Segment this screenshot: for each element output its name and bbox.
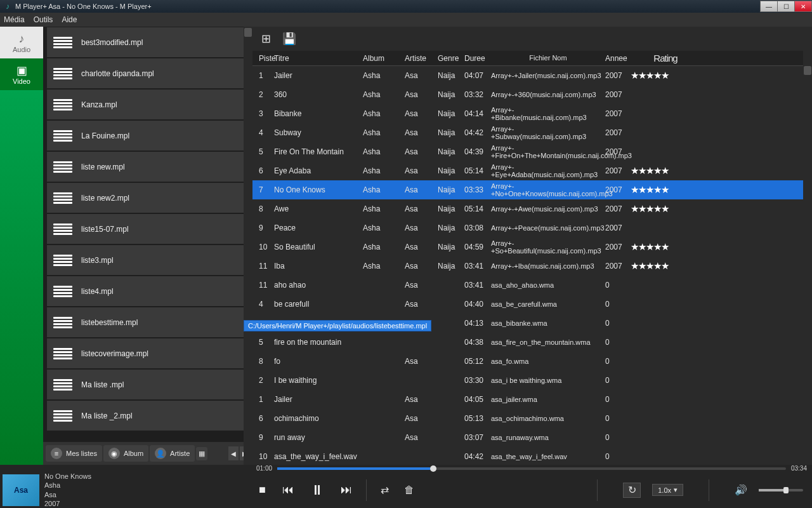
playlist-row[interactable]: charlotte dipanda.mpl — [47, 58, 249, 89]
add-file-icon[interactable]: ⊞ — [261, 32, 271, 46]
playlist-row[interactable]: listecoverimage.mpl — [47, 338, 249, 369]
list-icon — [53, 99, 72, 110]
np-album: Asha — [44, 481, 91, 490]
np-title: No One Knows — [44, 472, 91, 481]
table-row[interactable]: 4SubwayAshaAsaNaija04:42Array+-+Subway(m… — [252, 123, 812, 142]
menu-help[interactable]: Aide — [62, 15, 77, 24]
list-icon — [53, 37, 72, 48]
table-row[interactable]: 7No One KnowsAshaAsaNaija03:33Array+-+No… — [252, 180, 812, 199]
track-table[interactable]: Piste Titre Album Artiste Genre Duree Fi… — [252, 51, 812, 465]
playlist-row[interactable]: liste15-07.mpl — [47, 214, 249, 244]
minimize-button[interactable]: — — [760, 1, 778, 12]
nav-video[interactable]: ▣ Video — [0, 58, 43, 90]
menu-media[interactable]: Média — [4, 15, 25, 24]
list-icon — [53, 68, 72, 79]
playlist-name: liste new.mpl — [81, 163, 125, 171]
table-row[interactable]: 10So BeautifulAshaAsaNaija04:59Array+-+S… — [252, 237, 812, 257]
playlist-row[interactable]: listebesttime.mpl — [47, 307, 249, 338]
video-icon: ▣ — [16, 64, 27, 77]
track-toolbar: ⊞ 💾 — [252, 27, 812, 51]
tab-album[interactable]: ◉ Album — [103, 445, 148, 462]
table-row[interactable]: 1JailerAshaAsaNaija04:07Array+-+Jailer(m… — [252, 66, 812, 85]
grid-icon: ▦ — [199, 450, 205, 458]
playlist-name: best3modified.mpl — [81, 38, 143, 47]
list-icon — [53, 161, 72, 173]
next-button[interactable]: ⏭ — [341, 483, 352, 497]
col-duree[interactable]: Duree — [464, 54, 491, 63]
chevron-down-icon: ▾ — [674, 486, 678, 494]
nav-strip: ♪ Audio ▣ Video — [0, 27, 43, 465]
playlist-row[interactable]: Ma liste _2.mpl — [47, 401, 249, 431]
volume-slider[interactable] — [759, 489, 803, 491]
playlist-panel: best3modified.mplcharlotte dipanda.mplKa… — [43, 27, 252, 465]
playlist-list[interactable]: best3modified.mplcharlotte dipanda.mplKa… — [43, 27, 252, 442]
track-scrollbar[interactable] — [803, 51, 812, 465]
playlist-row[interactable]: liste new2.mpl — [47, 183, 249, 213]
table-row[interactable]: 2I be waithing03:30asa_i be waithing.wma… — [252, 371, 812, 390]
transport-controls: ■ ⏮ ⏸ ⏭ — [252, 482, 352, 498]
tab-extra[interactable]: ▦ — [196, 447, 207, 460]
table-row[interactable]: 6ochimachimoAsa05:13asa_ochimachimo.wma0 — [252, 409, 812, 428]
playlist-row[interactable]: liste new.mpl — [47, 152, 249, 182]
col-album[interactable]: Album — [363, 54, 405, 63]
titlebar: ♪ M Player+ Asa - No One Knows - M Playe… — [0, 0, 812, 13]
maximize-button[interactable]: ☐ — [777, 1, 795, 12]
table-row[interactable]: 5Fire On The MontainAshaAsaNaija04:39Arr… — [252, 142, 812, 161]
playlist-row[interactable]: La Fouine.mpl — [47, 121, 249, 151]
person-icon: 👤 — [155, 448, 166, 459]
col-fichier[interactable]: Fichier Nom — [491, 54, 605, 62]
list-icon — [53, 379, 72, 391]
prev-button[interactable]: ⏮ — [282, 483, 294, 497]
tab-artiste[interactable]: 👤 Artiste — [150, 445, 195, 462]
table-row[interactable]: 1JailerAsa04:05asa_jailer.wma0 — [252, 390, 812, 409]
col-genre[interactable]: Genre — [438, 54, 464, 63]
stop-button[interactable]: ■ — [259, 483, 266, 497]
table-row[interactable]: 3BibankeAshaAsaNaija04:14Array+-+Bibanke… — [252, 104, 812, 123]
repeat-button[interactable]: ↻ — [623, 483, 641, 498]
tab-mes-listes[interactable]: ≡ Mes listes — [46, 445, 102, 462]
table-row[interactable]: 11aho ahaoAsa03:41asa_aho_ahao.wma0 — [252, 276, 812, 295]
playlist-row[interactable]: Kanza.mpl — [47, 90, 249, 120]
shuffle-button[interactable]: ⇄ — [381, 484, 389, 496]
playlist-scrollbar[interactable] — [244, 27, 252, 465]
time-elapsed: 01:00 — [256, 465, 272, 472]
nav-audio[interactable]: ♪ Audio — [0, 27, 43, 58]
playlist-name: Ma liste .mpl — [81, 380, 124, 389]
col-rating[interactable]: Rating — [631, 53, 700, 64]
table-row[interactable]: 8AweAshaAsaNaija05:14Array+-+Awe(music.n… — [252, 199, 812, 218]
playlist-name: liste new2.mpl — [81, 194, 129, 203]
player-bar: 01:00 03:34 Asa No One Knows Asha Asa 20… — [0, 465, 812, 508]
delete-button[interactable]: 🗑 — [404, 485, 414, 496]
col-piste[interactable]: Piste — [255, 54, 274, 63]
save-icon[interactable]: 💾 — [282, 32, 296, 46]
pause-button[interactable]: ⏸ — [310, 482, 324, 498]
playlist-name: listecoverimage.mpl — [81, 349, 148, 358]
playlist-row[interactable]: best3modified.mpl — [47, 27, 249, 58]
col-artiste[interactable]: Artiste — [405, 54, 438, 63]
app-icon: ♪ — [3, 1, 13, 11]
table-row[interactable]: 11IbaAshaAsaNaija03:41Array+-+Iba(music.… — [252, 257, 812, 276]
list-icon — [53, 130, 72, 142]
table-row[interactable]: 2360AshaAsaNaija03:32Array+-+360(music.n… — [252, 85, 812, 104]
playlist-name: liste15-07.mpl — [81, 225, 129, 234]
table-row[interactable]: 10asa_the_way_i_feel.wav04:42asa_the_way… — [252, 447, 812, 465]
seek-slider[interactable] — [277, 467, 786, 470]
time-total: 03:34 — [791, 465, 807, 472]
table-row[interactable]: 9run awayAsa03:07asa_runaway.wma0 — [252, 428, 812, 447]
playlist-row[interactable]: liste4.mpl — [47, 276, 249, 307]
playlist-row[interactable]: Ma liste .mpl — [47, 370, 249, 400]
volume-icon[interactable]: 🔊 — [735, 484, 747, 496]
col-annee[interactable]: Annee — [605, 54, 631, 63]
col-titre[interactable]: Titre — [274, 54, 363, 63]
table-row[interactable]: 6Eye AdabaAshaAsaNaija05:14Array+-+Eye+A… — [252, 161, 812, 180]
table-row[interactable]: 5fire on the mountain04:38asa_fire_on_th… — [252, 333, 812, 352]
table-row[interactable]: 8foAsa05:12asa_fo.wma0 — [252, 352, 812, 371]
close-button[interactable]: ✕ — [794, 1, 812, 12]
speed-select[interactable]: 1.0x▾ — [652, 484, 683, 496]
menu-tools[interactable]: Outils — [34, 15, 53, 24]
tab-nav-prev[interactable]: ◀ — [228, 446, 239, 460]
table-row[interactable]: 4be carefullAsa04:40asa_be_carefull.wma0 — [252, 295, 812, 314]
playlist-name: liste4.mpl — [81, 287, 114, 296]
playlist-row[interactable]: liste3.mpl — [47, 245, 249, 276]
table-row[interactable]: 9PeaceAshaAsaNaija03:08Array+-+Peace(mus… — [252, 218, 812, 237]
